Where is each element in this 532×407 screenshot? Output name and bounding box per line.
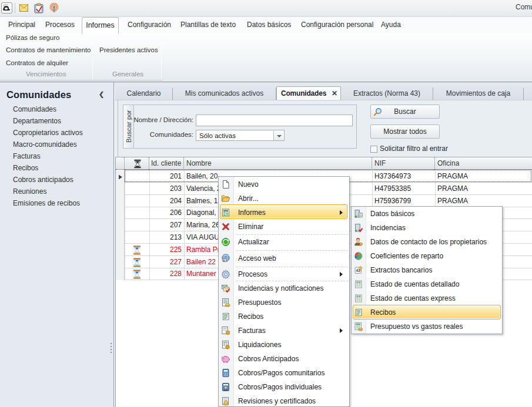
- svg-text:43: 43: [356, 268, 360, 273]
